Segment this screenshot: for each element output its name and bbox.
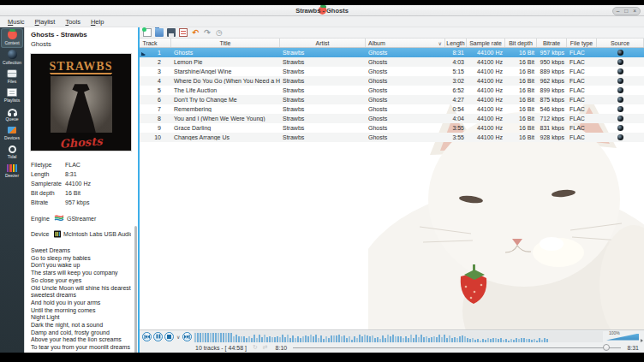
seek-handle[interactable] [603, 344, 610, 351]
cell-source [597, 78, 644, 85]
column-header-album[interactable]: Album∨ [366, 39, 445, 47]
seek-track [293, 347, 621, 348]
cell: Ghosts [366, 125, 445, 131]
column-header-track[interactable]: Track [140, 39, 171, 47]
waveform-seekbar[interactable] [194, 331, 603, 342]
table-row[interactable]: 7RememberingStrawbsGhosts0:5444100 Hz16 … [140, 104, 644, 114]
column-header-file-type[interactable]: File type [567, 39, 597, 47]
cell: Ghosts [366, 78, 445, 84]
save-playlist-icon[interactable] [167, 28, 176, 37]
column-header-length[interactable]: Length [445, 39, 467, 47]
table-row[interactable]: 1GhostsStrawbsGhosts8:3144100 Hz16 Bit95… [140, 48, 644, 57]
cell: 8 [140, 116, 171, 122]
cell: 16 Bit [505, 106, 537, 112]
stop-button[interactable] [164, 332, 174, 341]
open-playlist-icon[interactable] [155, 28, 164, 37]
column-header-source[interactable]: Source [597, 39, 644, 47]
gstreamer-icon [54, 214, 64, 223]
cell: You and I (When We Were Young) [171, 116, 280, 122]
track-table: TrackTitleArtistAlbum∨LengthSample rateB… [140, 39, 644, 142]
cell: 712 kbps [537, 116, 567, 122]
info-row: Bit depth16 Bit [31, 188, 131, 198]
strawberry-illustration [461, 264, 486, 304]
table-row[interactable]: 10Changes Arrange UsStrawbsGhosts3:55441… [140, 133, 644, 142]
cell: Strawbs [280, 125, 366, 131]
devices-icon [7, 126, 17, 134]
bottom-black-band [0, 353, 644, 362]
cell: 16 Bit [505, 78, 537, 84]
edit-playlist-icon[interactable] [179, 28, 188, 37]
cell: 9 [140, 125, 171, 131]
source-disc-icon [617, 97, 623, 103]
cell: 831 kbps [537, 125, 567, 131]
next-button[interactable] [182, 332, 192, 341]
sidebar-item-label: Tidal [8, 154, 17, 159]
volume-label: 100% [609, 330, 620, 335]
column-header-bitrate[interactable]: Bitrate [537, 39, 567, 47]
sidebar-item-devices[interactable]: Devices [1, 124, 23, 143]
cell: 16 Bit [505, 50, 537, 56]
previous-button[interactable] [142, 332, 152, 341]
cell: 546 kbps [537, 106, 567, 112]
menu-help[interactable]: Help [86, 17, 108, 27]
cell: FLAC [567, 125, 597, 131]
info-row: FiletypeFLAC [31, 160, 131, 169]
cell: 8:31 [445, 50, 467, 56]
minimize-button[interactable]: – [617, 8, 620, 15]
cell: 4 [140, 78, 171, 84]
seek-slider[interactable] [293, 342, 621, 353]
album-art-band-name: STRAWBS [50, 60, 113, 74]
table-row[interactable]: 9Grace DarlingStrawbsGhosts3:5544100 Hz1… [140, 123, 644, 133]
column-header-bit-depth[interactable]: Bit depth [505, 39, 537, 47]
cell: 3:55 [445, 125, 467, 131]
engine-row: Engine GStreamer [31, 214, 131, 223]
cell: FLAC [567, 116, 597, 122]
sidebar-item-collection[interactable]: Collection [1, 48, 23, 68]
context-panel: Ghosts - Strawbs Ghosts STRAWBS Ghosts F… [24, 27, 138, 353]
sidebar-item-playlists[interactable]: Playlists [1, 86, 23, 105]
sidebar-item-label: Deezer [5, 173, 19, 178]
right-column: ↶↷◷ TrackTitleArtistAlbum∨LengthSample r… [140, 27, 644, 353]
source-disc-icon [617, 134, 623, 140]
close-button[interactable]: × [633, 8, 636, 15]
info-row: Samplerate44100 Hz [31, 179, 131, 188]
pause-button[interactable] [153, 332, 163, 341]
maximize-button[interactable]: □ [624, 8, 628, 15]
sidebar-item-tidal[interactable]: Tidal [1, 143, 23, 162]
cell: 16 Bit [505, 134, 537, 140]
column-header-title[interactable]: Title [171, 39, 280, 47]
queue-icon [8, 109, 17, 116]
sidebar-item-queue[interactable]: Queue [1, 105, 23, 124]
window-title: Strawbs - Ghosts [0, 7, 644, 15]
cell-source [597, 116, 644, 122]
menu-tools[interactable]: Tools [61, 17, 85, 27]
cell: Strawbs [280, 87, 366, 93]
playback-history-icon[interactable]: ◷ [215, 28, 224, 37]
cell: 4:03 [445, 59, 467, 65]
cell: FLAC [567, 87, 597, 93]
sidebar-item-label: Devices [4, 135, 20, 140]
table-row[interactable]: 6Don't Try to Change MeStrawbsGhosts4:27… [140, 95, 644, 104]
sidebar-item-deezer[interactable]: Deezer [1, 162, 23, 181]
sidebar-item-context[interactable]: Context [1, 28, 23, 48]
cell: 3:02 [445, 78, 467, 84]
table-row[interactable]: 4Where Do You Go (When You Need a Hole t… [140, 76, 644, 86]
cell: Ghosts [366, 116, 445, 122]
table-row[interactable]: 2Lemon PieStrawbsGhosts4:0344100 Hz16 Bi… [140, 57, 644, 67]
menu-music[interactable]: Music [3, 17, 29, 27]
repeat-shuffle-icons[interactable]: ↻ ⇄ [253, 344, 270, 351]
redo-icon[interactable]: ↷ [203, 28, 212, 37]
undo-icon[interactable]: ↶ [191, 28, 200, 37]
context-scrollbar[interactable] [134, 226, 137, 353]
menu-playlist[interactable]: Playlist [31, 17, 60, 27]
table-row[interactable]: 8You and I (When We Were Young)StrawbsGh… [140, 114, 644, 123]
mcintosh-icon [54, 229, 61, 239]
new-playlist-icon[interactable] [143, 28, 152, 37]
sidebar-item-files[interactable]: Files [1, 68, 23, 86]
table-row[interactable]: 5The Life AuctionStrawbsGhosts6:5244100 … [140, 86, 644, 95]
stop-options-chevron-icon[interactable]: ∨ [176, 334, 180, 340]
column-header-artist[interactable]: Artist [280, 39, 366, 47]
volume-control[interactable]: 100% [606, 331, 642, 342]
table-row[interactable]: 3Starshine/Angel WineStrawbsGhosts5:1544… [140, 67, 644, 76]
column-header-sample-rate[interactable]: Sample rate [467, 39, 505, 47]
